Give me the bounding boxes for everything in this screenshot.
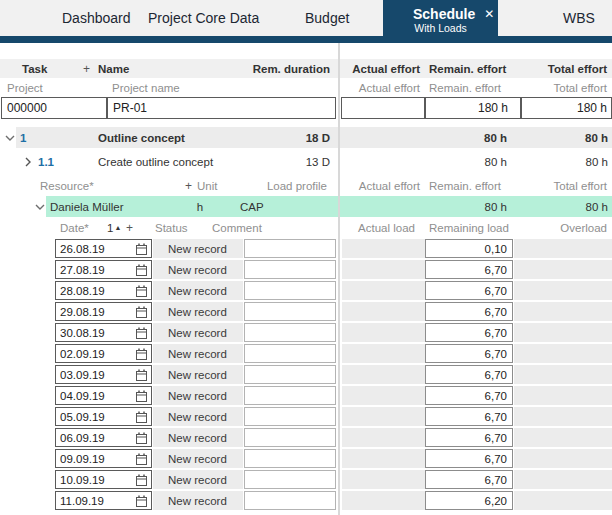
chevron-right-icon[interactable]: [25, 157, 31, 167]
remaining-load-field[interactable]: 6,70: [425, 386, 513, 405]
task-name[interactable]: Outline concept: [98, 127, 185, 148]
col-total-effort[interactable]: Total effort: [530, 59, 607, 78]
calendar-icon[interactable]: [136, 369, 147, 381]
remaining-load-field[interactable]: 6,20: [425, 491, 513, 510]
tab-wbs[interactable]: WBS: [563, 0, 595, 36]
project-actual-effort-field[interactable]: [341, 97, 425, 119]
col-status[interactable]: Status: [155, 219, 188, 236]
task-number[interactable]: 1: [20, 127, 26, 148]
tab-dashboard[interactable]: Dashboard: [62, 0, 131, 36]
col-actual-load[interactable]: Actual load: [350, 219, 415, 236]
comment-field[interactable]: [244, 281, 336, 300]
date-field[interactable]: 03.09.19: [55, 365, 152, 384]
project-remain-effort-field[interactable]: 180 h: [425, 97, 521, 119]
comment-field[interactable]: [244, 239, 336, 258]
chevron-down-icon[interactable]: [35, 204, 45, 210]
col-actual-effort[interactable]: Actual effort: [345, 59, 420, 78]
calendar-icon[interactable]: [136, 432, 147, 444]
actual-load-cell: [342, 260, 425, 279]
resource-name[interactable]: Daniela Müller: [50, 196, 124, 217]
load-table-row: 03.09.19 New record 6,70: [0, 365, 612, 386]
date-field[interactable]: 04.09.19: [55, 386, 152, 405]
add-column-icon[interactable]: +: [83, 59, 90, 78]
remaining-load-field[interactable]: 0,10: [425, 239, 513, 258]
actual-load-cell: [342, 344, 425, 363]
date-field[interactable]: 27.08.19: [55, 260, 152, 279]
tab-schedule-active[interactable]: Schedule ✕ With Loads: [383, 0, 498, 43]
project-name-field[interactable]: PR-01: [107, 97, 336, 119]
comment-field[interactable]: [244, 428, 336, 447]
date-field[interactable]: 28.08.19: [55, 281, 152, 300]
date-field[interactable]: 02.09.19: [55, 344, 152, 363]
col-task[interactable]: Task: [22, 59, 47, 78]
project-id-field[interactable]: 000000: [1, 97, 107, 119]
add-column-icon[interactable]: +: [126, 219, 133, 236]
comment-field[interactable]: [244, 449, 336, 468]
col-comment[interactable]: Comment: [212, 219, 262, 236]
remaining-load-field[interactable]: 6,70: [425, 260, 513, 279]
calendar-icon[interactable]: [136, 390, 147, 402]
comment-field[interactable]: [244, 407, 336, 426]
remaining-load-field[interactable]: 6,70: [425, 344, 513, 363]
calendar-icon[interactable]: [136, 264, 147, 276]
sort-indicator[interactable]: 1▲: [107, 219, 121, 236]
calendar-icon[interactable]: [136, 495, 147, 507]
comment-field[interactable]: [244, 260, 336, 279]
date-field[interactable]: 29.08.19: [55, 302, 152, 321]
tab-budget[interactable]: Budget: [305, 0, 349, 36]
tab-project-core-data[interactable]: Project Core Data: [148, 0, 259, 36]
remaining-load-field[interactable]: 6,70: [425, 365, 513, 384]
calendar-icon[interactable]: [136, 306, 147, 318]
col-load-profile[interactable]: Load profile: [240, 178, 327, 194]
col-name[interactable]: Name: [98, 59, 129, 78]
remaining-load-field[interactable]: 6,70: [425, 281, 513, 300]
comment-field[interactable]: [244, 365, 336, 384]
calendar-icon[interactable]: [136, 243, 147, 255]
load-rows: 26.08.19 New record 0,10 27.08.19 New re…: [0, 239, 612, 512]
close-icon[interactable]: ✕: [484, 8, 494, 20]
comment-field[interactable]: [244, 344, 336, 363]
calendar-icon[interactable]: [136, 453, 147, 465]
remaining-load-field[interactable]: 6,70: [425, 407, 513, 426]
calendar-icon[interactable]: [136, 348, 147, 360]
date-field[interactable]: 05.09.19: [55, 407, 152, 426]
date-value: 10.09.19: [60, 474, 105, 486]
remaining-load-field[interactable]: 6,70: [425, 323, 513, 342]
task-number[interactable]: 1.1: [38, 151, 54, 172]
task-name[interactable]: Create outline concept: [98, 151, 213, 172]
date-field[interactable]: 11.09.19: [55, 491, 152, 510]
col-remain-effort[interactable]: Remain. effort: [429, 59, 506, 78]
col-remaining-load[interactable]: Remaining load: [429, 219, 509, 236]
resource-row[interactable]: Daniela Müller h CAP 80 h 80 h: [0, 196, 612, 217]
calendar-icon[interactable]: [136, 285, 147, 297]
status-cell: New record: [153, 302, 243, 321]
col-unit[interactable]: Unit: [197, 178, 217, 194]
project-total-effort-field[interactable]: 180 h: [521, 97, 612, 119]
date-field[interactable]: 06.09.19: [55, 428, 152, 447]
col-date[interactable]: Date*: [60, 219, 89, 236]
col-rem-duration[interactable]: Rem. duration: [230, 59, 330, 78]
calendar-icon[interactable]: [136, 411, 147, 423]
status-cell: New record: [153, 428, 243, 447]
date-field[interactable]: 30.08.19: [55, 323, 152, 342]
remaining-load-field[interactable]: 6,70: [425, 470, 513, 489]
calendar-icon[interactable]: [136, 474, 147, 486]
date-field[interactable]: 10.09.19: [55, 470, 152, 489]
comment-field[interactable]: [244, 470, 336, 489]
date-field[interactable]: 09.09.19: [55, 449, 152, 468]
remaining-load-field[interactable]: 6,70: [425, 449, 513, 468]
comment-field[interactable]: [244, 323, 336, 342]
comment-field[interactable]: [244, 491, 336, 510]
calendar-icon[interactable]: [136, 327, 147, 339]
remaining-load-field[interactable]: 6,70: [425, 302, 513, 321]
col-resource[interactable]: Resource*: [40, 178, 94, 194]
remaining-load-field[interactable]: 6,70: [425, 428, 513, 447]
date-field[interactable]: 26.08.19: [55, 239, 152, 258]
active-tab-label: Schedule: [413, 6, 475, 22]
add-column-icon[interactable]: +: [185, 178, 192, 194]
date-value: 30.08.19: [60, 327, 105, 339]
comment-field[interactable]: [244, 386, 336, 405]
comment-field[interactable]: [244, 302, 336, 321]
chevron-down-icon[interactable]: [5, 135, 15, 141]
col-overload[interactable]: Overload: [540, 219, 607, 236]
